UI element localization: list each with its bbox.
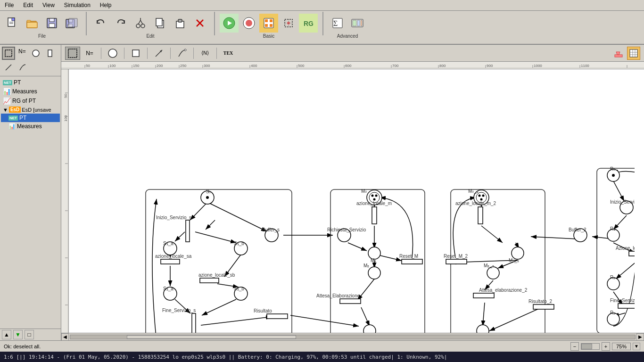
tree-item-measures[interactable]: 📊 Measures	[1, 122, 60, 131]
rect-tool-btn[interactable]	[129, 47, 142, 60]
tree-label-measures-top: Measures	[12, 88, 37, 95]
tool-divider4	[170, 48, 171, 59]
menu-help[interactable]: Help	[97, 1, 115, 9]
label-Fine-s: Fine_Servizio_s	[162, 308, 196, 313]
zoom-decrease-button[interactable]: −	[570, 342, 579, 351]
transition-tool[interactable]	[43, 47, 57, 60]
select-button[interactable]	[279, 14, 298, 33]
move-down-button[interactable]: ▼	[13, 330, 23, 339]
grid-tool-btn[interactable]	[627, 47, 640, 60]
zoom-slider-thumb[interactable]	[581, 344, 592, 349]
place-M3[interactable]	[363, 325, 376, 333]
delete-button[interactable]	[190, 14, 209, 33]
menu-edit[interactable]: Edit	[20, 1, 36, 9]
arc-tool[interactable]	[2, 61, 15, 74]
transition-Attesa-2[interactable]	[473, 293, 494, 298]
svg-rect-32	[270, 24, 272, 27]
tree-item-measures-top[interactable]: 📊 Measures	[1, 87, 60, 96]
move-up-button[interactable]: ▲	[2, 330, 11, 339]
layout-button[interactable]	[259, 14, 278, 33]
n-equals-tool[interactable]: N=	[16, 47, 28, 60]
transition-Risultato-2[interactable]	[533, 304, 554, 309]
menu-file[interactable]: File	[2, 1, 17, 9]
erase-tool-btn[interactable]	[612, 47, 625, 60]
new-button[interactable]	[3, 14, 22, 33]
transition-az-m2[interactable]	[478, 207, 483, 224]
label-S2a: S₂_a	[163, 286, 173, 291]
save-button[interactable]	[42, 14, 61, 33]
svg-rect-31	[265, 24, 268, 27]
transition-Inizio-s[interactable]	[186, 220, 190, 242]
select-tool-btn[interactable]	[65, 47, 80, 60]
inhibitor-tool[interactable]	[16, 61, 29, 74]
menu-view[interactable]: View	[40, 1, 58, 9]
svg-line-112	[202, 299, 236, 315]
svg-text:500: 500	[298, 64, 305, 68]
svg-line-15	[138, 20, 140, 25]
file-group-label: File	[38, 33, 46, 39]
tool-divider1	[101, 48, 101, 59]
zoom-slider-track[interactable]	[581, 343, 600, 350]
transition-az-sb[interactable]	[200, 278, 219, 283]
advanced2-button[interactable]	[348, 14, 367, 33]
transition-az-m[interactable]	[372, 207, 377, 224]
record-button[interactable]	[239, 14, 258, 33]
status-bar: Ok: deselect all. − + 75% ▼	[0, 340, 644, 352]
tree-item-pt-top[interactable]: NET PT	[1, 78, 60, 87]
copy-button[interactable]	[151, 14, 170, 33]
transition-Reset-M[interactable]	[402, 259, 422, 264]
cut-button[interactable]	[131, 14, 150, 33]
transition-az-sa[interactable]	[161, 259, 180, 264]
inhibitor-arc-btn[interactable]	[175, 47, 189, 60]
redo-button[interactable]	[111, 14, 130, 33]
open-button[interactable]	[23, 14, 41, 33]
label-M1: M₁	[371, 258, 376, 263]
label-S1a: S₁_a	[163, 241, 173, 246]
run-button[interactable]	[220, 14, 239, 33]
menu-simulation[interactable]: Simulation	[61, 1, 93, 9]
place-M2[interactable]	[368, 267, 380, 279]
circle-tool-btn[interactable]	[106, 47, 119, 60]
left-panel: N= NET PT	[0, 45, 61, 340]
tex-tool-btn[interactable]: TEX	[222, 47, 235, 60]
transition-Reset-M2[interactable]	[446, 259, 467, 264]
place-M3-2[interactable]	[477, 325, 489, 333]
bottom-bar: 1:6 [|] 19:14:14 - (Fri 01 May, 05.2020)…	[0, 352, 644, 362]
save-all-button[interactable]	[62, 14, 81, 33]
place-tool[interactable]	[29, 47, 42, 60]
sigma-button[interactable]: Σ	[328, 14, 347, 33]
tree-item-esd[interactable]: ▼ EsD EsD [unsave	[1, 106, 60, 114]
label-Richiesta: Richiesta_Servizio	[327, 227, 366, 232]
label-az-sa: azione_locale_sa	[155, 254, 192, 259]
svg-line-128	[481, 226, 503, 243]
paste-button[interactable]	[171, 14, 190, 33]
canvas-area: N= ⟨N⟩ TEX	[61, 45, 644, 340]
arc-tool-btn[interactable]	[152, 47, 165, 60]
place-M2-2[interactable]	[487, 267, 499, 279]
zoom-increase-button[interactable]: +	[602, 342, 610, 351]
svg-text:900: 900	[487, 64, 493, 68]
scroll-thumb-h[interactable]	[127, 335, 296, 339]
tree-item-rg-top[interactable]: 📈 RG of PT	[1, 96, 60, 106]
n-equals-btn[interactable]: N=	[83, 47, 96, 60]
rg-button[interactable]: RG	[299, 14, 318, 33]
add-item-button[interactable]: □	[25, 330, 34, 339]
svg-rect-5	[27, 22, 37, 28]
transition-Fine-r[interactable]	[618, 304, 635, 308]
scroll-track-h[interactable]	[70, 335, 636, 339]
tree-item-net-pt[interactable]: NET PT	[1, 114, 60, 122]
petri-canvas[interactable]: S₀ S₁_a S₁_b S₂_a S₂_b	[69, 69, 644, 333]
undo-button[interactable]	[91, 14, 110, 33]
name-tool-btn[interactable]: ⟨N⟩	[198, 47, 212, 60]
transition-Attesa[interactable]	[340, 299, 361, 304]
zoom-dropdown-button[interactable]: ▼	[633, 343, 640, 350]
transition-Risultato[interactable]	[267, 314, 288, 319]
menu-bar: File Edit View Simulation Help	[0, 0, 644, 11]
select-rect-tool[interactable]	[2, 47, 15, 60]
transition-Fine-s[interactable]	[192, 313, 196, 333]
scroll-left-button[interactable]: ◀	[61, 333, 69, 341]
vertical-ruler: 50 100	[61, 69, 69, 333]
svg-point-49	[108, 49, 117, 58]
transition-Azione-locale[interactable]	[629, 251, 635, 256]
scroll-right-button[interactable]: ▶	[636, 333, 644, 341]
